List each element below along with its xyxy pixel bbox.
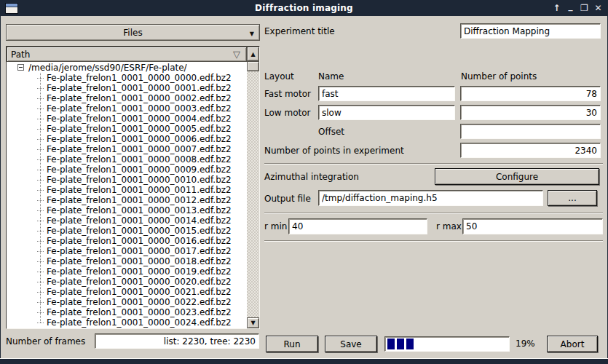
collapse-icon[interactable] [17, 64, 24, 71]
file-tree: Path ▽ /media/jerome/ssd90/ESRF/Fe-plate… [6, 46, 260, 329]
scroll-up-button[interactable]: ▲ [247, 47, 259, 61]
fast-motor-points-input[interactable] [460, 86, 601, 101]
title-bar[interactable]: Diffraction imaging ↑ _ ❐ ✕ [0, 0, 608, 16]
offset-label: Offset [318, 127, 344, 137]
separator [264, 213, 603, 214]
path-column-header[interactable]: Path ▽ [7, 47, 247, 62]
tree-item-label: Fe-plate_frelon1_0001_0000_0005.edf.bz2 [47, 124, 232, 134]
configure-button[interactable]: Configure [435, 168, 599, 185]
output-file-label: Output file [264, 194, 311, 204]
tree-item[interactable]: Fe-plate_frelon1_0001_0000_0022.edf.bz2 [7, 297, 247, 307]
files-dropdown-label: Files [123, 28, 142, 38]
tree-item[interactable]: Fe-plate_frelon1_0001_0000_0015.edf.bz2 [7, 226, 247, 236]
fast-motor-name-input[interactable] [318, 86, 455, 101]
tree-item-label: Fe-plate_frelon1_0001_0000_0007.edf.bz2 [47, 144, 232, 154]
tree-item-label: Fe-plate_frelon1_0001_0000_0019.edf.bz2 [47, 266, 232, 277]
tree-item-label: Fe-plate_frelon1_0001_0000_0004.edf.bz2 [47, 114, 232, 124]
number-of-frames-input[interactable] [95, 333, 259, 349]
tree-item[interactable]: Fe-plate_frelon1_0001_0000_0012.edf.bz2 [7, 195, 247, 205]
tree-item-label: Fe-plate_frelon1_0001_0000_0013.edf.bz2 [47, 205, 232, 215]
tree-item[interactable]: Fe-plate_frelon1_0001_0000_0002.edf.bz2 [7, 93, 247, 103]
tree-item-label: Fe-plate_frelon1_0001_0000_0024.edf.bz2 [47, 317, 232, 328]
low-motor-name-input[interactable] [318, 105, 455, 120]
run-button[interactable]: Run [266, 336, 318, 352]
tree-item-label: Fe-plate_frelon1_0001_0000_0023.edf.bz2 [47, 307, 232, 317]
tree-item[interactable]: Fe-plate_frelon1_0001_0000_0014.edf.bz2 [7, 215, 247, 226]
tree-item-label: Fe-plate_frelon1_0001_0000_0020.edf.bz2 [47, 277, 232, 287]
tree-item-label: Fe-plate_frelon1_0001_0000_0001.edf.bz2 [47, 83, 232, 93]
tree-item[interactable]: Fe-plate_frelon1_0001_0000_0019.edf.bz2 [7, 266, 247, 277]
abort-button[interactable]: Abort [547, 336, 598, 352]
tree-item[interactable]: Fe-plate_frelon1_0001_0000_0021.edf.bz2 [7, 287, 247, 297]
window-title: Diffraction imaging [0, 3, 608, 13]
experiment-title-label: Experiment title [264, 26, 335, 36]
tree-item-label: Fe-plate_frelon1_0001_0000_0014.edf.bz2 [47, 215, 232, 226]
output-file-input[interactable] [318, 190, 543, 206]
browse-output-file-button[interactable]: ... [548, 190, 597, 206]
separator [264, 240, 603, 242]
chevron-down-icon: ▼ [250, 31, 254, 37]
tree-item[interactable]: Fe-plate_frelon1_0001_0000_0013.edf.bz2 [7, 205, 247, 215]
tree-item[interactable]: Fe-plate_frelon1_0001_0000_0011.edf.bz2 [7, 185, 247, 195]
files-dropdown[interactable]: Files ▼ [6, 24, 260, 41]
number-of-frames-label: Number of frames [6, 336, 85, 347]
tree-item-label: Fe-plate_frelon1_0001_0000_0009.edf.bz2 [47, 165, 232, 175]
progress-bar [384, 336, 510, 352]
progress-segment [397, 339, 404, 349]
offset-input[interactable] [460, 124, 601, 139]
window-menu-icon[interactable] [5, 3, 18, 14]
application-window: Diffraction imaging ↑ _ ❐ ✕ Files ▼ Path… [0, 0, 608, 364]
tree-item[interactable]: Fe-plate_frelon1_0001_0000_0023.edf.bz2 [7, 307, 247, 317]
tree-item-label: Fe-plate_frelon1_0001_0000_0006.edf.bz2 [47, 134, 232, 144]
window-bottom-border [0, 358, 608, 364]
experiment-title-input[interactable] [460, 23, 601, 39]
tree-item-label: Fe-plate_frelon1_0001_0000_0018.edf.bz2 [47, 256, 232, 266]
azimuthal-integration-label: Azimuthal integration [264, 172, 359, 182]
tree-item-label: Fe-plate_frelon1_0001_0000_0012.edf.bz2 [47, 195, 232, 205]
tree-item-label: Fe-plate_frelon1_0001_0000_0002.edf.bz2 [47, 93, 232, 103]
tree-item[interactable]: Fe-plate_frelon1_0001_0000_0024.edf.bz2 [7, 317, 247, 328]
progress-segment [387, 339, 395, 349]
tree-item-label: Fe-plate_frelon1_0001_0000_0008.edf.bz2 [47, 154, 232, 165]
tree-item[interactable]: Fe-plate_frelon1_0001_0000_0001.edf.bz2 [7, 83, 247, 93]
tree-item[interactable]: Fe-plate_frelon1_0001_0000_0007.edf.bz2 [7, 144, 247, 154]
tree-item[interactable]: Fe-plate_frelon1_0001_0000_0009.edf.bz2 [7, 165, 247, 175]
maximize-button[interactable]: ❐ [579, 1, 590, 15]
tree-item[interactable]: Fe-plate_frelon1_0001_0000_0010.edf.bz2 [7, 175, 247, 185]
tree-item-label: Fe-plate_frelon1_0001_0000_0015.edf.bz2 [47, 226, 232, 236]
tree-item-label: Fe-plate_frelon1_0001_0000_0021.edf.bz2 [47, 287, 232, 297]
scrollbar-thumb[interactable] [247, 61, 259, 71]
tree-item[interactable]: Fe-plate_frelon1_0001_0000_0008.edf.bz2 [7, 154, 247, 165]
tree-item[interactable]: Fe-plate_frelon1_0001_0000_0003.edf.bz2 [7, 103, 247, 114]
tree-root-label: /media/jerome/ssd90/ESRF/Fe-plate/ [28, 63, 187, 73]
points-column-label: Number of points [461, 71, 537, 82]
tree-item[interactable]: Fe-plate_frelon1_0001_0000_0018.edf.bz2 [7, 256, 247, 266]
tree-item-label: Fe-plate_frelon1_0001_0000_0017.edf.bz2 [47, 246, 232, 256]
tree-item-label: Fe-plate_frelon1_0001_0000_0000.edf.bz2 [47, 73, 232, 83]
fast-motor-label: Fast motor [264, 89, 311, 99]
tree-item[interactable]: Fe-plate_frelon1_0001_0000_0000.edf.bz2 [7, 73, 247, 83]
close-button[interactable]: ✕ [593, 1, 604, 15]
separator [264, 163, 603, 165]
tree-item[interactable]: Fe-plate_frelon1_0001_0000_0020.edf.bz2 [7, 277, 247, 287]
r-max-label: r max [436, 221, 462, 232]
tree-scrollbar[interactable]: ▲ ▼ [247, 47, 259, 328]
scroll-down-button[interactable]: ▼ [247, 317, 259, 328]
progress-segment [406, 339, 414, 349]
tree-item[interactable]: Fe-plate_frelon1_0001_0000_0017.edf.bz2 [7, 246, 247, 256]
tree-item[interactable]: Fe-plate_frelon1_0001_0000_0016.edf.bz2 [7, 236, 247, 246]
minimize-button[interactable]: _ [565, 1, 576, 15]
tree-root-item[interactable]: /media/jerome/ssd90/ESRF/Fe-plate/ [7, 62, 247, 73]
r-min-label: r min [264, 221, 287, 232]
layout-column-label: Layout [264, 71, 294, 82]
tree-item[interactable]: Fe-plate_frelon1_0001_0000_0004.edf.bz2 [7, 114, 247, 124]
tree-item[interactable]: Fe-plate_frelon1_0001_0000_0006.edf.bz2 [7, 134, 247, 144]
save-button[interactable]: Save [325, 336, 377, 352]
r-max-input[interactable] [462, 218, 603, 234]
sort-indicator-icon: ▽ [233, 49, 240, 60]
r-min-input[interactable] [288, 218, 427, 234]
shade-window-button[interactable]: ↑ [551, 1, 562, 15]
low-motor-points-input[interactable] [460, 105, 601, 120]
tree-item[interactable]: Fe-plate_frelon1_0001_0000_0005.edf.bz2 [7, 124, 247, 134]
experiment-points-input[interactable] [460, 143, 601, 158]
